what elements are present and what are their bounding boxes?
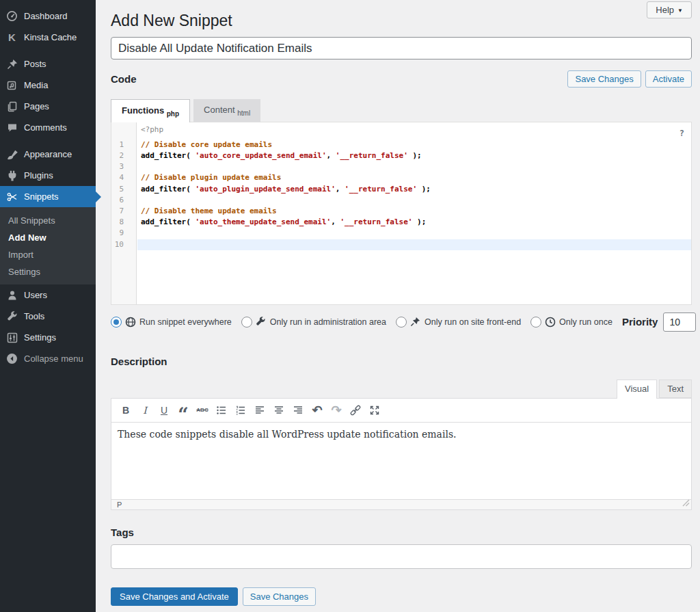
radio-run-once[interactable] xyxy=(530,317,541,328)
code-meta-line: <?php xyxy=(111,124,691,135)
numbered-list-icon[interactable] xyxy=(232,403,250,417)
strikethrough-icon[interactable]: ABC xyxy=(193,403,211,417)
sidebar-item-users[interactable]: Users xyxy=(0,284,96,306)
submenu-item-import[interactable]: Import xyxy=(0,246,96,263)
scope-options: Run snippet everywhere Only run in admin… xyxy=(111,312,692,332)
sidebar-item-label: Collapse menu xyxy=(24,353,83,364)
fullscreen-icon[interactable] xyxy=(366,403,383,417)
submenu-item-all-snippets[interactable]: All Snippets xyxy=(0,212,96,229)
bullet-list-icon[interactable] xyxy=(213,403,230,417)
editor-help-icon[interactable]: ? xyxy=(679,128,684,139)
main-content: Help▼ Add New Snippet Code Save Changes … xyxy=(96,0,700,612)
scope-front-end[interactable]: Only run on site front-end xyxy=(396,317,521,328)
code-line[interactable]: 8add_filter( 'auto_theme_update_send_ema… xyxy=(111,217,691,228)
code-line[interactable]: 4// Disable plugin update emails xyxy=(111,172,691,183)
save-changes-button-top[interactable]: Save Changes xyxy=(567,70,641,88)
tab-functions-php[interactable]: Functions php xyxy=(111,99,190,122)
sidebar-item-label: Users xyxy=(24,289,47,301)
tab-visual[interactable]: Visual xyxy=(617,380,657,399)
tab-text[interactable]: Text xyxy=(659,380,692,398)
code-line[interactable]: 5add_filter( 'auto_plugin_update_send_em… xyxy=(111,184,691,195)
description-content[interactable]: These code snippets disable all WordPres… xyxy=(111,423,691,499)
blockquote-icon[interactable]: “ xyxy=(174,403,192,417)
scope-run-once[interactable]: Only run once xyxy=(530,317,612,328)
sidebar-item-label: Posts xyxy=(24,58,46,70)
globe-icon xyxy=(125,317,136,328)
align-center-icon[interactable] xyxy=(270,403,288,417)
submenu-item-add-new[interactable]: Add New xyxy=(0,229,96,246)
editor-mode-tabs: Visual Text xyxy=(111,380,692,398)
wrench-icon xyxy=(256,317,267,328)
sidebar-item-appearance[interactable]: Appearance xyxy=(0,144,96,165)
save-changes-button-bottom[interactable]: Save Changes xyxy=(243,587,316,606)
sidebar-item-kinsta-cache[interactable]: K Kinsta Cache xyxy=(0,27,96,48)
pin-icon xyxy=(410,317,421,328)
italic-icon[interactable]: I xyxy=(136,403,154,417)
code-line[interactable]: 10 xyxy=(111,239,691,250)
code-editor[interactable]: <?php1// Disable core update emails2add_… xyxy=(111,122,692,305)
description-label: Description xyxy=(111,356,692,367)
priority-label: Priority xyxy=(622,316,658,328)
sidebar-item-label: Tools xyxy=(24,310,44,322)
sidebar-item-label: Dashboard xyxy=(24,10,68,22)
radio-admin-area[interactable] xyxy=(241,317,252,328)
sidebar-item-label: Media xyxy=(24,79,48,91)
sidebar-item-collapse-menu[interactable]: Collapse menu xyxy=(0,348,96,369)
editor-toolbar: B I U “ ABC ↶ ↷ xyxy=(111,399,691,423)
link-icon[interactable] xyxy=(347,403,364,417)
description-editor: B I U “ ABC ↶ ↷ These code snippets disa… xyxy=(111,398,692,510)
submenu-item-settings[interactable]: Settings xyxy=(0,263,96,280)
resize-grip-icon[interactable] xyxy=(682,499,690,508)
bold-icon[interactable]: B xyxy=(117,403,135,417)
wrench-icon xyxy=(6,310,18,322)
code-line[interactable]: 1// Disable core update emails xyxy=(111,139,691,150)
sidebar-item-comments[interactable]: Comments xyxy=(0,117,96,138)
sidebar-item-label: Settings xyxy=(24,332,56,343)
sidebar-item-dashboard[interactable]: Dashboard xyxy=(0,5,96,27)
scope-admin-area[interactable]: Only run in administration area xyxy=(241,317,386,328)
redo-icon[interactable]: ↷ xyxy=(327,403,345,417)
sidebar-item-media[interactable]: Media xyxy=(0,75,96,96)
code-line[interactable]: 6 xyxy=(111,195,691,206)
admin-sidebar: Dashboard K Kinsta Cache Posts Media Pag… xyxy=(0,0,96,612)
scissors-icon xyxy=(6,191,18,202)
align-left-icon[interactable] xyxy=(251,403,269,417)
underline-icon[interactable]: U xyxy=(155,403,173,417)
sliders-icon xyxy=(6,332,18,343)
pin-icon xyxy=(6,58,18,70)
tags-label: Tags xyxy=(111,527,692,538)
editor-path: P xyxy=(117,501,122,509)
radio-front-end[interactable] xyxy=(396,317,407,328)
radio-run-everywhere[interactable] xyxy=(111,317,122,328)
activate-button[interactable]: Activate xyxy=(645,70,692,88)
priority-input[interactable] xyxy=(663,312,696,332)
sidebar-item-label: Snippets xyxy=(24,191,59,202)
media-icon xyxy=(6,79,18,91)
collapse-icon xyxy=(6,353,18,364)
scope-run-everywhere[interactable]: Run snippet everywhere xyxy=(111,317,232,328)
code-tabs: Functions php Content html xyxy=(111,99,692,122)
sidebar-item-tools[interactable]: Tools xyxy=(0,306,96,327)
dashboard-icon xyxy=(6,10,18,22)
sidebar-item-settings[interactable]: Settings xyxy=(0,327,96,348)
sidebar-item-snippets[interactable]: Snippets xyxy=(0,186,96,207)
clock-icon xyxy=(545,317,556,328)
editor-statusbar: P xyxy=(111,499,691,509)
sidebar-item-posts[interactable]: Posts xyxy=(0,53,96,75)
save-changes-activate-button[interactable]: Save Changes and Activate xyxy=(111,587,238,606)
help-button[interactable]: Help▼ xyxy=(647,1,692,18)
undo-icon[interactable]: ↶ xyxy=(308,403,326,417)
code-line[interactable]: 7// Disable theme update emails xyxy=(111,206,691,217)
sidebar-item-label: Plugins xyxy=(24,170,53,181)
snippet-title-input[interactable] xyxy=(111,37,692,59)
code-line[interactable]: 2add_filter( 'auto_core_update_send_emai… xyxy=(111,150,691,161)
code-line[interactable]: 9 xyxy=(111,228,691,239)
tab-content-html[interactable]: Content html xyxy=(193,99,260,122)
code-lines: <?php1// Disable core update emails2add_… xyxy=(111,122,691,250)
chevron-down-icon: ▼ xyxy=(677,8,683,14)
code-line[interactable]: 3 xyxy=(111,161,691,172)
align-right-icon[interactable] xyxy=(289,403,307,417)
sidebar-item-pages[interactable]: Pages xyxy=(0,96,96,117)
tags-input[interactable] xyxy=(111,544,692,569)
sidebar-item-plugins[interactable]: Plugins xyxy=(0,165,96,186)
